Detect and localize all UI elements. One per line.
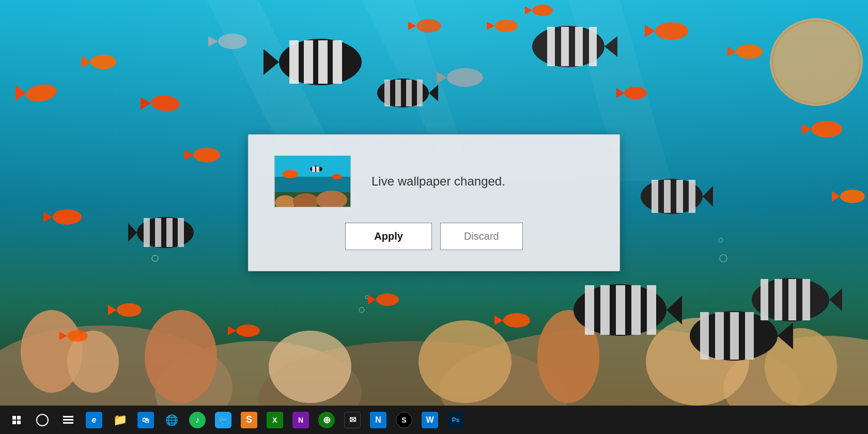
wallpaper-thumbnail <box>274 156 351 207</box>
notepad-button[interactable]: N <box>366 408 391 432</box>
excel-icon: X <box>267 412 283 428</box>
spotify-button[interactable]: ♪ <box>185 408 210 432</box>
edge-button[interactable]: e <box>82 408 106 432</box>
dialog-overlay: Live wallpaper changed. Apply Discard <box>0 0 868 406</box>
mail-button[interactable]: ✉ <box>340 408 365 432</box>
photoshop-icon: Ps <box>447 412 464 428</box>
store-button[interactable]: 🛍 <box>133 408 158 432</box>
word-button[interactable]: W <box>417 408 442 432</box>
search-button[interactable] <box>30 408 55 432</box>
chrome-icon: 🌐 <box>163 412 180 428</box>
apply-button[interactable]: Apply <box>345 223 432 250</box>
store-icon: 🛍 <box>137 412 154 428</box>
dialog-box: Live wallpaper changed. Apply Discard <box>248 134 620 271</box>
onenote-button[interactable]: N <box>288 408 313 432</box>
taskbar: e 📁 🛍 🌐 ♪ 🐦 S X N ⊕ ✉ N S <box>0 406 868 434</box>
chrome-button[interactable]: 🌐 <box>159 408 184 432</box>
task-view-button[interactable] <box>56 408 81 432</box>
search-circle-icon <box>36 414 49 426</box>
file-explorer-button[interactable]: 📁 <box>107 408 132 432</box>
sonos-button[interactable]: S <box>392 408 416 432</box>
discard-button[interactable]: Discard <box>440 223 523 250</box>
photoshop-button[interactable]: Ps <box>443 408 468 432</box>
xbox-icon: ⊕ <box>318 412 335 428</box>
svg-rect-121 <box>312 166 315 172</box>
svg-point-119 <box>283 170 298 178</box>
swiftkey-icon: S <box>241 412 257 428</box>
onenote-icon: N <box>292 412 309 428</box>
sonos-icon: S <box>396 412 412 428</box>
swiftkey-button[interactable]: S <box>237 408 261 432</box>
excel-button[interactable]: X <box>262 408 287 432</box>
twitter-icon: 🐦 <box>215 412 231 428</box>
word-icon: W <box>422 412 438 428</box>
dialog-content: Live wallpaper changed. <box>274 156 594 207</box>
windows-icon <box>12 416 21 424</box>
svg-point-123 <box>332 174 342 179</box>
dialog-buttons: Apply Discard <box>345 223 522 250</box>
start-button[interactable] <box>4 408 29 432</box>
mail-icon: ✉ <box>344 412 361 428</box>
folder-icon: 📁 <box>112 412 128 428</box>
svg-rect-122 <box>316 166 319 172</box>
xbox-button[interactable]: ⊕ <box>314 408 339 432</box>
edge-icon: e <box>86 412 102 428</box>
notepad-icon: N <box>370 412 386 428</box>
taskview-icon <box>63 416 73 424</box>
twitter-button[interactable]: 🐦 <box>211 408 236 432</box>
dialog-message: Live wallpaper changed. <box>371 174 594 189</box>
spotify-icon: ♪ <box>189 412 206 428</box>
